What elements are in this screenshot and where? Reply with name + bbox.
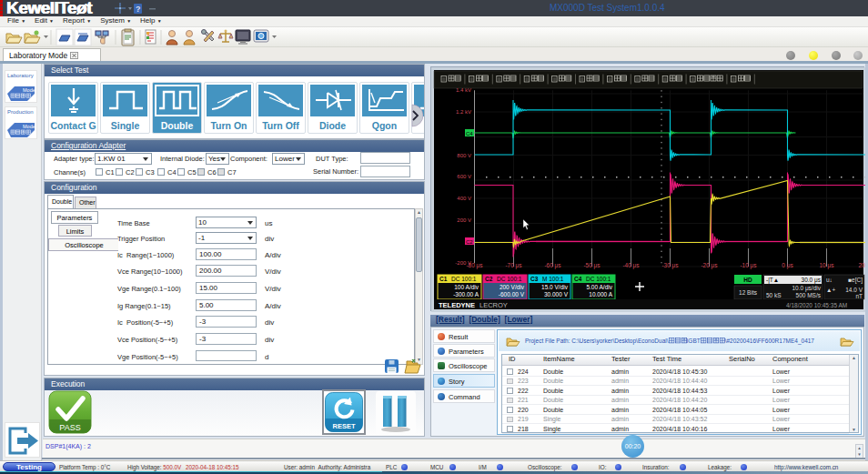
svg-text:0 μs: 0 μs — [782, 262, 793, 269]
svg-text:200 V/div: 200 V/div — [500, 284, 525, 290]
svg-text:C2: C2 — [466, 239, 473, 245]
svg-text:Mode: Mode — [23, 124, 35, 129]
svg-text:-10 μs: -10 μs — [740, 262, 757, 269]
svg-text:DC 100:1: DC 100:1 — [451, 276, 477, 282]
svg-text:-30 μs: -30 μs — [661, 262, 679, 269]
svg-text:1.2 kV: 1.2 kV — [456, 109, 471, 115]
svg-text:C4: C4 — [466, 131, 473, 136]
svg-text:-50 μs: -50 μs — [583, 262, 601, 269]
svg-text:▲+: ▲+ — [826, 287, 835, 293]
svg-text:30.000 V: 30.000 V — [544, 291, 569, 298]
svg-text:HD: HD — [743, 277, 752, 283]
svg-text:400 V: 400 V — [457, 196, 471, 201]
svg-text:10.000 A: 10.000 A — [589, 291, 612, 298]
svg-text:DC 100:1: DC 100:1 — [586, 276, 611, 282]
svg-text:800 V: 800 V — [457, 153, 471, 158]
svg-text:-70 μs: -70 μs — [505, 262, 522, 269]
svg-text:10.0 μs/div: 10.0 μs/div — [792, 285, 821, 292]
svg-text:C4: C4 — [574, 276, 582, 282]
svg-text:600 V: 600 V — [457, 174, 471, 179]
svg-text:■e[C]: ■e[C] — [848, 277, 863, 284]
svg-text:-40 μs: -40 μs — [622, 262, 640, 269]
svg-text:4/18/2020 10:45:35 AM: 4/18/2020 10:45:35 AM — [786, 302, 847, 308]
svg-text:500 MS/s: 500 MS/s — [796, 292, 822, 298]
svg-text:5.00 A/div: 5.00 A/div — [586, 284, 612, 290]
svg-text:-600.00 V: -600.00 V — [499, 291, 525, 298]
svg-text:-60 μs: -60 μs — [544, 262, 561, 269]
svg-text:C3: C3 — [530, 276, 539, 282]
svg-text:DC 100:1: DC 100:1 — [497, 276, 522, 282]
svg-text:-300.00 A: -300.00 A — [453, 291, 479, 298]
svg-text:15.0 V/div: 15.0 V/div — [541, 284, 569, 290]
svg-text:C2: C2 — [485, 276, 493, 282]
svg-text:-|T▲: -|T▲ — [766, 277, 779, 284]
svg-text:50 kS: 50 kS — [766, 292, 782, 298]
svg-text:LECROY: LECROY — [479, 301, 508, 309]
svg-text:TELEDYNE: TELEDYNE — [439, 301, 475, 309]
svg-text:12 Bits: 12 Bits — [739, 289, 758, 296]
svg-text:10 μs: 10 μs — [819, 262, 834, 269]
svg-text:C1: C1 — [439, 276, 448, 282]
svg-text:20 μs: 20 μs — [858, 262, 865, 269]
svg-text:RESET: RESET — [332, 422, 355, 430]
svg-text:M 100:1: M 100:1 — [542, 276, 564, 282]
svg-text:200 V: 200 V — [457, 217, 471, 223]
svg-text:30.0 μs: 30.0 μs — [802, 277, 822, 284]
svg-text:-20 μs: -20 μs — [701, 262, 718, 269]
svg-text:-200 V: -200 V — [455, 260, 471, 266]
svg-text:?: ? — [136, 5, 141, 14]
svg-text:Mode: Mode — [23, 87, 35, 93]
svg-text:1.4 kV: 1.4 kV — [456, 87, 471, 93]
svg-text:PASS: PASS — [59, 423, 80, 432]
svg-text:100 A/div: 100 A/div — [454, 284, 479, 290]
svg-text:u↓: u↓ — [826, 277, 833, 283]
svg-text:14.0 V: 14.0 V — [845, 287, 863, 293]
svg-text:nT: nT — [855, 293, 863, 299]
